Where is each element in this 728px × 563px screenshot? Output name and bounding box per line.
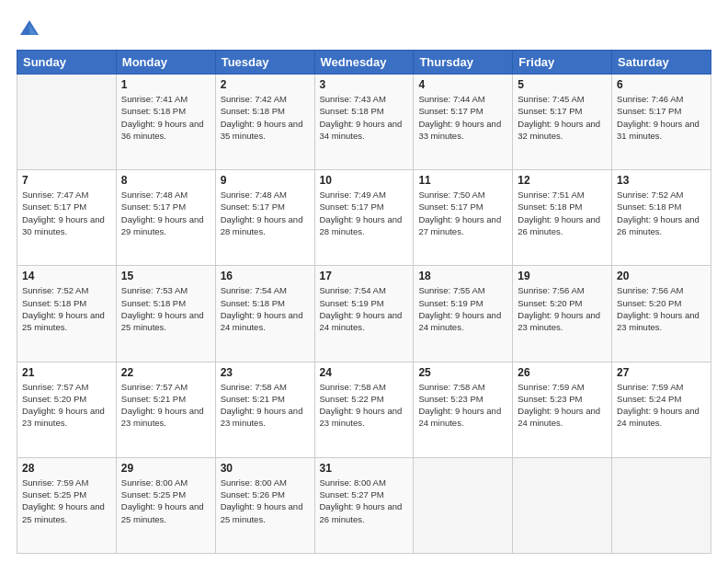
calendar-cell: 7Sunrise: 7:47 AMSunset: 5:17 PMDaylight… [17, 170, 117, 266]
day-number: 18 [418, 270, 507, 282]
calendar-table: SundayMondayTuesdayWednesdayThursdayFrid… [17, 50, 711, 554]
calendar-week-1: 1Sunrise: 7:41 AMSunset: 5:18 PMDaylight… [17, 75, 711, 170]
day-info: Sunrise: 7:42 AMSunset: 5:18 PMDaylight:… [221, 93, 310, 142]
day-info: Sunrise: 7:53 AMSunset: 5:18 PMDaylight:… [121, 284, 210, 333]
day-info: Sunrise: 7:57 AMSunset: 5:21 PMDaylight:… [121, 381, 210, 430]
day-info: Sunrise: 7:46 AMSunset: 5:17 PMDaylight:… [617, 93, 706, 142]
day-info: Sunrise: 7:58 AMSunset: 5:21 PMDaylight:… [221, 381, 310, 430]
weekday-header-friday: Friday [513, 51, 612, 75]
day-number: 15 [121, 270, 210, 282]
calendar-cell: 22Sunrise: 7:57 AMSunset: 5:21 PMDayligh… [116, 362, 215, 457]
calendar-cell: 21Sunrise: 7:57 AMSunset: 5:20 PMDayligh… [17, 362, 117, 457]
day-number: 16 [221, 270, 310, 282]
day-info: Sunrise: 7:54 AMSunset: 5:18 PMDaylight:… [221, 284, 310, 333]
weekday-header-tuesday: Tuesday [215, 51, 314, 75]
calendar-cell: 12Sunrise: 7:51 AMSunset: 5:18 PMDayligh… [513, 170, 612, 266]
calendar-week-2: 7Sunrise: 7:47 AMSunset: 5:17 PMDaylight… [17, 170, 711, 266]
day-info: Sunrise: 7:59 AMSunset: 5:24 PMDaylight:… [617, 381, 706, 430]
calendar-cell: 15Sunrise: 7:53 AMSunset: 5:18 PMDayligh… [116, 266, 215, 362]
calendar-cell: 24Sunrise: 7:58 AMSunset: 5:22 PMDayligh… [314, 362, 414, 457]
calendar-cell: 19Sunrise: 7:56 AMSunset: 5:20 PMDayligh… [513, 266, 612, 362]
weekday-header-monday: Monday [116, 51, 215, 75]
calendar-cell [612, 457, 711, 553]
day-number: 12 [518, 174, 607, 187]
calendar-cell: 23Sunrise: 7:58 AMSunset: 5:21 PMDayligh… [215, 362, 314, 457]
day-number: 1 [121, 78, 210, 91]
day-info: Sunrise: 7:54 AMSunset: 5:19 PMDaylight:… [320, 284, 409, 333]
day-number: 28 [22, 462, 111, 475]
calendar-week-4: 21Sunrise: 7:57 AMSunset: 5:20 PMDayligh… [17, 362, 711, 457]
day-number: 30 [221, 462, 310, 475]
day-info: Sunrise: 7:58 AMSunset: 5:22 PMDaylight:… [320, 381, 409, 430]
day-number: 10 [320, 174, 409, 187]
calendar-cell [17, 75, 117, 170]
calendar-cell [414, 457, 513, 553]
day-info: Sunrise: 7:49 AMSunset: 5:17 PMDaylight:… [320, 189, 409, 237]
logo-icon [17, 17, 42, 42]
calendar-cell: 17Sunrise: 7:54 AMSunset: 5:19 PMDayligh… [314, 266, 414, 362]
day-number: 4 [418, 78, 507, 91]
day-info: Sunrise: 8:00 AMSunset: 5:27 PMDaylight:… [320, 477, 409, 525]
day-info: Sunrise: 7:48 AMSunset: 5:17 PMDaylight:… [121, 189, 210, 237]
day-number: 11 [418, 174, 507, 187]
day-number: 9 [221, 174, 310, 187]
day-number: 19 [518, 270, 607, 282]
day-info: Sunrise: 7:45 AMSunset: 5:17 PMDaylight:… [518, 93, 607, 142]
calendar-cell: 16Sunrise: 7:54 AMSunset: 5:18 PMDayligh… [215, 266, 314, 362]
calendar-cell: 14Sunrise: 7:52 AMSunset: 5:18 PMDayligh… [17, 266, 117, 362]
calendar-cell: 5Sunrise: 7:45 AMSunset: 5:17 PMDaylight… [513, 75, 612, 170]
calendar-cell: 18Sunrise: 7:55 AMSunset: 5:19 PMDayligh… [414, 266, 513, 362]
calendar-cell: 4Sunrise: 7:44 AMSunset: 5:17 PMDaylight… [414, 75, 513, 170]
day-number: 8 [121, 174, 210, 187]
day-number: 13 [617, 174, 706, 187]
day-number: 24 [320, 366, 409, 379]
weekday-header-row: SundayMondayTuesdayWednesdayThursdayFrid… [17, 51, 711, 75]
day-number: 29 [121, 462, 210, 475]
day-number: 2 [221, 78, 310, 91]
weekday-header-wednesday: Wednesday [314, 51, 414, 75]
weekday-header-sunday: Sunday [17, 51, 117, 75]
day-info: Sunrise: 7:59 AMSunset: 5:25 PMDaylight:… [22, 477, 111, 525]
calendar-cell: 29Sunrise: 8:00 AMSunset: 5:25 PMDayligh… [116, 457, 215, 553]
calendar-cell: 8Sunrise: 7:48 AMSunset: 5:17 PMDaylight… [116, 170, 215, 266]
calendar-cell [513, 457, 612, 553]
calendar-cell: 13Sunrise: 7:52 AMSunset: 5:18 PMDayligh… [612, 170, 711, 266]
day-info: Sunrise: 7:56 AMSunset: 5:20 PMDaylight:… [617, 284, 706, 333]
day-number: 17 [320, 270, 409, 282]
day-number: 25 [418, 366, 507, 379]
day-info: Sunrise: 7:43 AMSunset: 5:18 PMDaylight:… [320, 93, 409, 142]
day-number: 27 [617, 366, 706, 379]
day-info: Sunrise: 7:41 AMSunset: 5:18 PMDaylight:… [121, 93, 210, 142]
day-number: 26 [518, 366, 607, 379]
day-number: 22 [121, 366, 210, 379]
day-info: Sunrise: 7:57 AMSunset: 5:20 PMDaylight:… [22, 381, 111, 430]
day-info: Sunrise: 7:55 AMSunset: 5:19 PMDaylight:… [418, 284, 507, 333]
day-info: Sunrise: 7:52 AMSunset: 5:18 PMDaylight:… [617, 189, 706, 237]
day-info: Sunrise: 7:56 AMSunset: 5:20 PMDaylight:… [518, 284, 607, 333]
calendar-cell: 11Sunrise: 7:50 AMSunset: 5:17 PMDayligh… [414, 170, 513, 266]
calendar-header [17, 17, 711, 42]
day-info: Sunrise: 7:51 AMSunset: 5:18 PMDaylight:… [518, 189, 607, 237]
calendar-cell: 6Sunrise: 7:46 AMSunset: 5:17 PMDaylight… [612, 75, 711, 170]
calendar-week-3: 14Sunrise: 7:52 AMSunset: 5:18 PMDayligh… [17, 266, 711, 362]
day-number: 3 [320, 78, 409, 91]
day-info: Sunrise: 7:59 AMSunset: 5:23 PMDaylight:… [518, 381, 607, 430]
day-number: 21 [22, 366, 111, 379]
calendar-cell: 27Sunrise: 7:59 AMSunset: 5:24 PMDayligh… [612, 362, 711, 457]
calendar-cell: 9Sunrise: 7:48 AMSunset: 5:17 PMDaylight… [215, 170, 314, 266]
day-info: Sunrise: 8:00 AMSunset: 5:26 PMDaylight:… [221, 477, 310, 525]
calendar-cell: 3Sunrise: 7:43 AMSunset: 5:18 PMDaylight… [314, 75, 414, 170]
calendar-cell: 10Sunrise: 7:49 AMSunset: 5:17 PMDayligh… [314, 170, 414, 266]
day-number: 14 [22, 270, 111, 282]
day-info: Sunrise: 7:48 AMSunset: 5:17 PMDaylight:… [221, 189, 310, 237]
day-info: Sunrise: 7:58 AMSunset: 5:23 PMDaylight:… [418, 381, 507, 430]
calendar-cell: 20Sunrise: 7:56 AMSunset: 5:20 PMDayligh… [612, 266, 711, 362]
calendar-week-5: 28Sunrise: 7:59 AMSunset: 5:25 PMDayligh… [17, 457, 711, 553]
day-info: Sunrise: 7:50 AMSunset: 5:17 PMDaylight:… [418, 189, 507, 237]
calendar-cell: 2Sunrise: 7:42 AMSunset: 5:18 PMDaylight… [215, 75, 314, 170]
logo [17, 17, 46, 42]
day-info: Sunrise: 7:52 AMSunset: 5:18 PMDaylight:… [22, 284, 111, 333]
calendar-cell: 25Sunrise: 7:58 AMSunset: 5:23 PMDayligh… [414, 362, 513, 457]
day-number: 23 [221, 366, 310, 379]
calendar-cell: 28Sunrise: 7:59 AMSunset: 5:25 PMDayligh… [17, 457, 117, 553]
